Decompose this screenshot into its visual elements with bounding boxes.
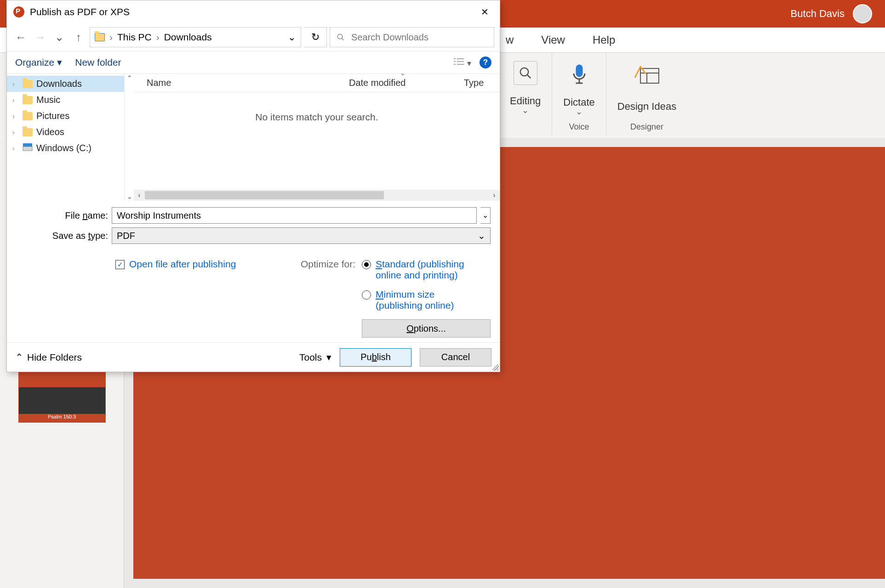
scroll-down-icon[interactable]: ⌄ bbox=[126, 192, 132, 201]
folder-icon bbox=[23, 96, 33, 104]
breadcrumb-this-pc[interactable]: This PC bbox=[117, 32, 152, 43]
organize-button[interactable]: Organize ▾ bbox=[15, 57, 62, 68]
tools-label: Tools bbox=[299, 352, 322, 363]
ribbon-dictate-label: Dictate bbox=[563, 96, 594, 117]
breadcrumb-downloads[interactable]: Downloads bbox=[164, 32, 212, 43]
folder-icon bbox=[95, 33, 105, 41]
file-list: Name Date modified Type No items match y… bbox=[134, 74, 500, 201]
dialog-footer: ⌃ Hide Folders Tools ▾ Publish Cancel bbox=[7, 342, 500, 372]
nav-row: ← → ⌄ ↑ › This PC › Downloads ⌄ ↻ bbox=[7, 23, 500, 51]
new-folder-button[interactable]: New folder bbox=[75, 57, 121, 68]
hide-folders-button[interactable]: ⌃ Hide Folders bbox=[15, 352, 82, 363]
column-type[interactable]: Type bbox=[464, 78, 484, 88]
tab-partial[interactable]: w bbox=[506, 34, 514, 46]
tab-view[interactable]: View bbox=[541, 34, 565, 46]
tree-item-pictures[interactable]: › Pictures bbox=[7, 108, 124, 124]
ribbon-editing-label: Editing bbox=[510, 95, 541, 115]
tree-label: Windows (C:) bbox=[36, 143, 91, 153]
open-after-checkbox[interactable]: ✓ Open file after publishing bbox=[115, 259, 236, 338]
tree-scrollbar[interactable]: ⌃ ⌄ bbox=[125, 74, 134, 201]
tree-item-music[interactable]: › Music bbox=[7, 92, 124, 108]
breadcrumb-bar[interactable]: › This PC › Downloads ⌄ bbox=[90, 27, 301, 47]
resize-grip[interactable] bbox=[492, 364, 499, 371]
search-input[interactable] bbox=[351, 32, 487, 43]
savetype-label: Save as type: bbox=[16, 231, 108, 241]
publish-dialog: Publish as PDF or XPS ✕ ← → ⌄ ↑ › This P… bbox=[6, 0, 500, 372]
chevron-right-icon: › bbox=[156, 32, 160, 43]
ribbon-designer-group[interactable]: Design Ideas Designer bbox=[606, 53, 687, 136]
search-box[interactable] bbox=[330, 27, 494, 47]
tree-item-videos[interactable]: › Videos bbox=[7, 124, 124, 140]
scroll-right-icon[interactable]: › bbox=[489, 190, 500, 201]
chevron-down-icon: ▾ bbox=[326, 352, 331, 363]
ribbon-voice-group[interactable]: Dictate Voice bbox=[552, 53, 606, 136]
scroll-up-icon[interactable]: ⌃ bbox=[126, 74, 132, 83]
ribbon-editing-group[interactable]: Editing bbox=[499, 53, 552, 136]
filename-input[interactable] bbox=[112, 207, 477, 224]
close-button[interactable]: ✕ bbox=[476, 5, 493, 19]
scrollbar-thumb[interactable] bbox=[145, 191, 384, 199]
folder-icon bbox=[23, 112, 33, 120]
chevron-right-icon: › bbox=[12, 80, 19, 88]
optimize-standard-radio[interactable]: Standard (publishing online and printing… bbox=[362, 259, 468, 281]
column-date[interactable]: Date modified bbox=[349, 78, 464, 88]
tools-dropdown[interactable]: Tools ▾ bbox=[299, 352, 331, 363]
powerpoint-icon bbox=[13, 6, 24, 17]
refresh-button[interactable]: ↻ bbox=[304, 27, 327, 47]
tree-item-windows-c[interactable]: › Windows (C:) bbox=[7, 140, 124, 156]
svg-rect-2 bbox=[577, 65, 582, 76]
optimize-minimum-radio[interactable]: Minimum size (publishing online) bbox=[362, 289, 468, 311]
thumbnail-caption: Psalm 150:3 bbox=[48, 414, 76, 419]
folder-tree[interactable]: › Downloads › Music › Pictures › bbox=[7, 74, 125, 201]
chevron-right-icon: › bbox=[109, 32, 113, 43]
avatar[interactable] bbox=[853, 4, 872, 23]
savetype-select[interactable]: PDF ⌄ bbox=[112, 227, 491, 244]
forward-button[interactable]: → bbox=[32, 29, 48, 45]
chevron-right-icon: › bbox=[12, 96, 19, 104]
list-header[interactable]: Name Date modified Type bbox=[134, 74, 500, 92]
folder-icon bbox=[23, 80, 33, 88]
dialog-titlebar[interactable]: Publish as PDF or XPS ✕ bbox=[7, 0, 500, 23]
svg-point-8 bbox=[337, 34, 343, 39]
user-name: Butch Davis bbox=[791, 8, 845, 20]
radio-icon bbox=[362, 290, 371, 300]
savetype-value: PDF bbox=[117, 231, 135, 241]
horizontal-scrollbar[interactable]: ‹ › bbox=[134, 190, 500, 201]
view-options-button[interactable]: ▾ bbox=[453, 57, 471, 68]
ribbon-voice-label: Voice bbox=[569, 122, 589, 132]
dialog-title: Publish as PDF or XPS bbox=[30, 6, 130, 17]
file-explorer: › Downloads › Music › Pictures › bbox=[7, 74, 500, 201]
tree-label: Music bbox=[36, 95, 60, 105]
slide-thumbnail[interactable]: Psalm 150:3 bbox=[18, 372, 106, 423]
save-form: File name: ⌄ Save as type: PDF ⌄ ✓ Open … bbox=[7, 201, 500, 342]
options-button[interactable]: Options... bbox=[362, 319, 491, 338]
ribbon-design-ideas-label: Design Ideas bbox=[617, 101, 676, 113]
tree-label: Videos bbox=[36, 127, 64, 137]
cancel-button[interactable]: Cancel bbox=[420, 348, 491, 367]
radio-icon bbox=[362, 260, 371, 269]
tab-help[interactable]: Help bbox=[593, 34, 615, 46]
tree-item-downloads[interactable]: › Downloads bbox=[7, 76, 124, 92]
help-button[interactable]: ? bbox=[480, 57, 491, 68]
recent-dropdown[interactable]: ⌄ bbox=[51, 29, 68, 45]
open-after-label: Open file after publishing bbox=[129, 259, 236, 270]
tree-label: Pictures bbox=[36, 111, 69, 121]
empty-state-label: No items match your search. bbox=[255, 112, 378, 123]
chevron-down-icon[interactable]: ⌄ bbox=[288, 32, 296, 43]
column-name[interactable]: Name bbox=[147, 78, 349, 88]
publish-button[interactable]: Publish bbox=[340, 348, 411, 367]
optimize-standard-label: Standard (publishing online and printing… bbox=[376, 259, 468, 281]
chevron-up-icon: ⌃ bbox=[15, 352, 23, 363]
tree-label: Downloads bbox=[36, 79, 82, 89]
ribbon-designer-label: Designer bbox=[630, 122, 663, 132]
checkbox-icon: ✓ bbox=[115, 260, 125, 269]
svg-line-1 bbox=[527, 75, 531, 79]
scroll-left-icon[interactable]: ‹ bbox=[134, 190, 145, 201]
back-button[interactable]: ← bbox=[12, 29, 29, 45]
search-icon bbox=[514, 61, 537, 85]
svg-rect-16 bbox=[23, 147, 32, 151]
optimize-label: Optimize for: bbox=[301, 259, 355, 338]
chevron-down-icon[interactable]: ⌄ bbox=[480, 207, 491, 224]
up-button[interactable]: ↑ bbox=[70, 29, 87, 45]
microphone-icon bbox=[565, 61, 593, 89]
